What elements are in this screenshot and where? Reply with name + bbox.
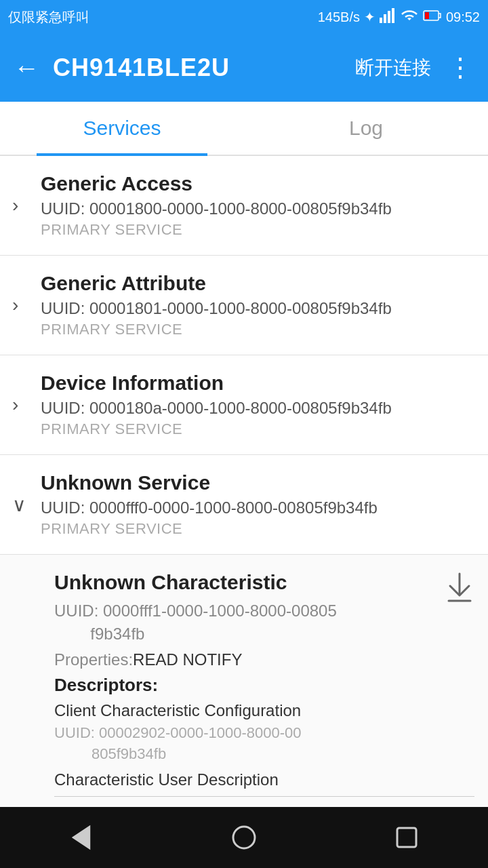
descriptor-item-1: Client Characteristic Configuration (54, 701, 474, 720)
characteristic-section: Unknown Characteristic UUID: 0000fff1-00… (0, 555, 488, 814)
emergency-text: 仅限紧急呼叫 (8, 8, 89, 26)
nav-recents-button[interactable] (380, 810, 434, 865)
back-button[interactable]: ← (14, 54, 39, 83)
chevron-right-icon: › (12, 294, 18, 316)
service-name: Generic Access (41, 172, 474, 195)
service-name: Generic Attribute (41, 272, 474, 295)
service-uuid: UUID: 0000fff0-0000-1000-8000-00805f9b34… (41, 498, 474, 517)
battery-icon (423, 9, 442, 25)
desc-uuid-label: UUID: (54, 724, 95, 741)
device-title: CH9141BLE2U (53, 54, 355, 82)
svg-rect-0 (380, 18, 382, 23)
service-item-device-information[interactable]: › Device Information UUID: 0000180a-0000… (0, 355, 488, 455)
service-type: PRIMARY SERVICE (41, 520, 474, 538)
bottom-navigation (0, 807, 488, 868)
toolbar: ← CH9141BLE2U 断开连接 ⋮ (0, 34, 488, 102)
service-name: Device Information (41, 372, 474, 395)
status-left: 仅限紧急呼叫 (8, 8, 89, 26)
time-display: 09:52 (446, 9, 480, 25)
service-uuid: UUID: 00001801-0000-1000-8000-00805f9b34… (41, 299, 474, 318)
svg-rect-5 (425, 12, 429, 19)
service-list: › Generic Access UUID: 00001800-0000-100… (0, 156, 488, 814)
svg-rect-9 (397, 828, 416, 847)
svg-marker-7 (73, 827, 89, 848)
svg-rect-2 (388, 11, 390, 23)
more-options-button[interactable]: ⋮ (447, 53, 474, 83)
signal-icon (380, 8, 396, 26)
svg-rect-3 (392, 8, 394, 23)
service-uuid: UUID: 0000180a-0000-1000-8000-00805f9b34… (41, 399, 474, 418)
tabs-container: Services Log (0, 102, 488, 156)
service-type: PRIMARY SERVICE (41, 420, 474, 438)
service-item-generic-attribute[interactable]: › Generic Attribute UUID: 00001801-0000-… (0, 256, 488, 355)
service-type: PRIMARY SERVICE (41, 221, 474, 239)
descriptor-uuid-1: UUID: 00002902-0000-1000-8000-00 805f9b3… (54, 723, 474, 765)
tab-log[interactable]: Log (244, 102, 488, 155)
status-bar: 仅限紧急呼叫 145B/s ✦ 09:52 (0, 0, 488, 34)
characteristic-uuid: UUID: 0000fff1-0000-1000-8000-00805 f9b3… (54, 599, 474, 645)
service-type: PRIMARY SERVICE (41, 321, 474, 338)
download-button[interactable] (445, 571, 474, 610)
nav-back-button[interactable] (54, 810, 108, 865)
disconnect-button[interactable]: 断开连接 (355, 55, 431, 81)
chevron-right-icon: › (12, 195, 18, 216)
service-uuid: UUID: 00001800-0000-1000-8000-00805f9b34… (41, 199, 474, 218)
descriptor-item-partial: Characteristic User Description (54, 770, 474, 797)
nav-home-button[interactable] (217, 810, 271, 865)
chevron-right-icon: › (12, 394, 18, 416)
properties-value: READ NOTIFY (133, 650, 242, 669)
svg-rect-1 (384, 14, 386, 23)
wifi-icon (400, 8, 419, 26)
uuid-label: UUID: (54, 601, 98, 620)
characteristic-name: Unknown Characteristic (54, 571, 474, 594)
service-item-generic-access[interactable]: › Generic Access UUID: 00001800-0000-100… (0, 156, 488, 256)
network-speed: 145B/s (318, 9, 360, 25)
descriptors-label: Descriptors: (54, 675, 474, 696)
tab-services[interactable]: Services (0, 102, 244, 155)
service-name: Unknown Service (41, 471, 474, 494)
characteristic-properties: Properties:READ NOTIFY (54, 650, 474, 669)
properties-label: Properties: (54, 650, 133, 669)
svg-point-8 (233, 827, 255, 848)
bluetooth-icon: ✦ (364, 9, 375, 25)
status-right: 145B/s ✦ 09:52 (318, 8, 480, 26)
chevron-down-icon: ∨ (12, 494, 26, 516)
service-item-unknown-service[interactable]: ∨ Unknown Service UUID: 0000fff0-0000-10… (0, 455, 488, 555)
